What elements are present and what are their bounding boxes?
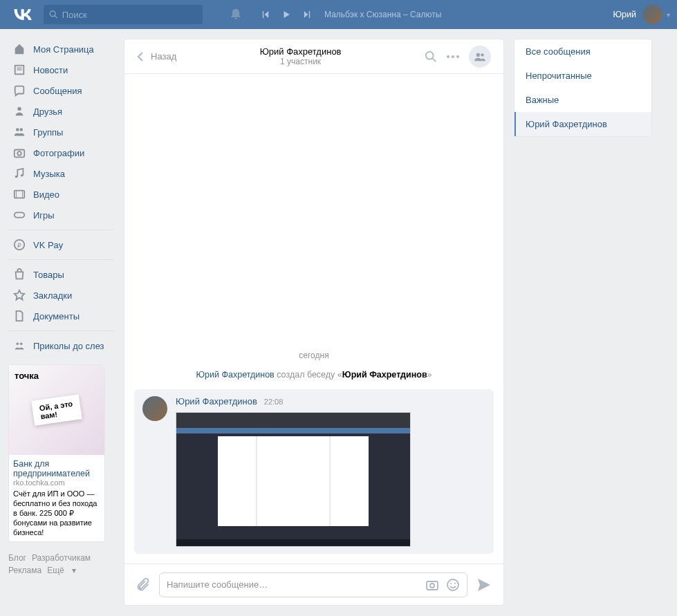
ad-text: Банк для предпринимателей rko.tochka.com… [9,455,104,541]
send-button[interactable] [476,577,492,593]
nav-my-page[interactable]: Моя Страница [8,39,114,59]
nav-label: Моя Страница [33,44,94,55]
user-menu[interactable]: Юрий ▾ [613,5,670,24]
filters-box: Все сообщения Непрочитанные Важные Юрий … [514,39,652,137]
attach-button[interactable] [136,577,151,592]
footer-more[interactable]: Ещё ▾ [47,566,76,575]
nav-music[interactable]: Музыка [8,163,114,184]
message-time: 22:08 [264,398,284,406]
nav-vkpay[interactable]: ₽VK Pay [8,234,114,255]
svg-point-19 [20,343,23,346]
filter-unread[interactable]: Непрочитанные [514,64,651,88]
chat-more-button[interactable] [447,55,459,58]
photo-button[interactable] [425,578,439,592]
groups-icon [12,125,26,139]
nav-label: Друзья [33,106,62,117]
search-box[interactable] [44,5,203,24]
chat-body: сегодня Юрий Фахретдинов создал беседу «… [124,74,503,563]
left-sidebar: Моя Страница Новости Сообщения Друзья Гр… [0,39,114,606]
community-icon [12,339,26,353]
main-layout: Моя Страница Новости Сообщения Друзья Гр… [0,29,677,606]
svg-point-26 [481,53,483,56]
svg-rect-15 [15,212,24,217]
nav-label: Группы [33,127,63,138]
nav-docs[interactable]: Документы [8,306,114,326]
nav-separator [8,259,114,260]
chevron-left-icon [137,51,144,62]
svg-point-30 [450,583,452,584]
back-button[interactable]: Назад [137,51,176,62]
nav-photos[interactable]: Фотографии [8,142,114,163]
filter-important[interactable]: Важные [514,88,651,112]
system-user-link[interactable]: Юрий Фахретдинов [196,370,274,380]
nav-messages[interactable]: Сообщения [8,80,114,101]
nav-games[interactable]: Игры [8,205,114,225]
chat-members-button[interactable] [469,46,491,68]
footer-links: БлогРазработчикам РекламаЕщё ▾ [8,552,114,577]
content-area: Назад Юрий Фахретдинов 1 участник сегодн… [114,39,677,606]
message-author[interactable]: Юрий Фахретдинов [176,396,257,407]
svg-line-21 [433,58,436,62]
nav-friends[interactable]: Друзья [8,101,114,122]
nav-bookmarks[interactable]: Закладки [8,285,114,306]
ad-block[interactable]: точка Ой, а это вам! Банк для предприним… [8,364,105,542]
svg-point-24 [456,55,459,58]
svg-rect-12 [15,191,24,198]
system-chat-name: Юрий Фахретдинов [342,370,427,380]
next-track-icon[interactable] [302,8,312,21]
search-input[interactable] [62,10,197,20]
bag-icon [12,268,26,281]
svg-point-22 [447,55,449,58]
svg-point-6 [16,128,19,131]
star-icon [12,288,26,302]
nav-groups[interactable]: Группы [8,122,114,142]
emoji-button[interactable] [446,578,460,592]
members-icon [474,52,486,62]
svg-text:₽: ₽ [17,242,21,249]
nav-label: Закладки [33,290,72,301]
message-avatar[interactable] [142,396,167,421]
message-input[interactable] [167,579,425,590]
message-attachment[interactable] [176,412,411,547]
nav-video[interactable]: Видео [8,184,114,205]
ad-image: точка Ой, а это вам! [9,365,104,455]
ad-tagline: Ой, а это вам! [31,394,82,425]
now-playing-label[interactable]: Мальбэк x Сюзанна – Салюты [324,10,441,19]
nav-label: Товары [33,270,64,280]
message-block: Юрий Фахретдинов 22:08 [134,389,494,554]
friends-icon [12,104,26,118]
filter-all[interactable]: Все сообщения [514,39,651,64]
home-icon [12,42,26,56]
system-text: создал беседу « [275,370,342,380]
nav-community[interactable]: Приколы до слез [8,335,114,356]
vk-logo[interactable] [12,4,33,25]
nav-news[interactable]: Новости [8,59,114,80]
message-input-wrapper[interactable] [159,572,467,597]
ad-brand: точка [15,371,39,381]
footer-blog[interactable]: Блог [8,553,26,563]
vk-logo-icon [14,9,32,20]
svg-point-25 [476,53,480,56]
filter-active-chat[interactable]: Юрий Фахретдинов [514,112,651,136]
footer-ads[interactable]: Реклама [8,566,41,575]
games-icon [12,208,26,222]
nav-products[interactable]: Товары [8,264,114,285]
svg-line-1 [55,16,57,18]
svg-point-28 [430,584,434,588]
nav-label: Игры [33,210,55,221]
svg-rect-8 [15,150,24,158]
svg-point-9 [17,151,21,155]
paperclip-icon [136,577,151,592]
bell-icon[interactable] [229,8,243,21]
footer-devs[interactable]: Разработчикам [32,553,91,563]
news-icon [12,63,26,77]
svg-point-23 [452,55,454,58]
message-content: Юрий Фахретдинов 22:08 [176,396,485,547]
nav-label: Видео [33,189,59,200]
prev-track-icon[interactable] [261,8,270,21]
chat-subtitle: 1 участник [176,57,425,66]
chat-header: Назад Юрий Фахретдинов 1 участник [124,39,503,74]
nav-separator [8,330,114,331]
chat-search-button[interactable] [425,50,437,63]
play-icon[interactable] [281,8,291,21]
